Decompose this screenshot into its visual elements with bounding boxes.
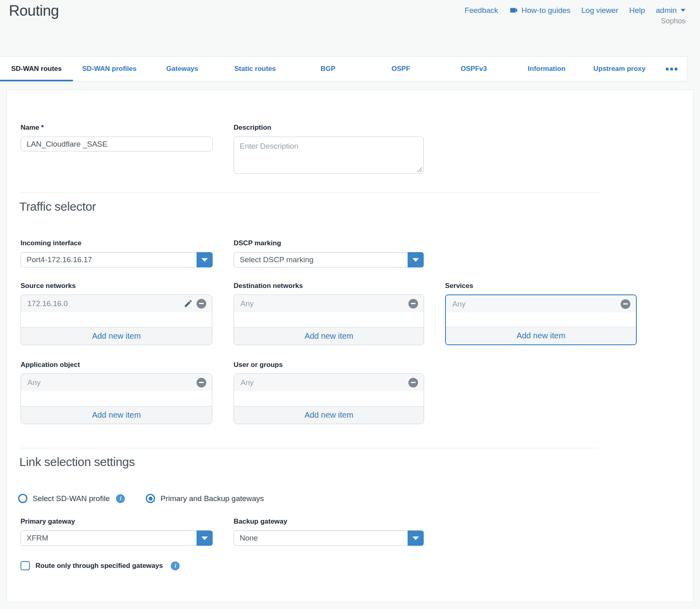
service-value: Any [452, 300, 621, 309]
route-only-row: Route only through specified gateways i [21, 561, 180, 570]
list-item: Any [234, 374, 424, 391]
listbox-empty-area [446, 313, 636, 327]
radio-label: Select SD-WAN profile [33, 494, 110, 503]
tab-ospfv3[interactable]: OSPFv3 [437, 57, 510, 81]
description-field-wrap [234, 137, 424, 174]
description-textarea[interactable] [234, 137, 424, 174]
link-selection-heading: Link selection settings [19, 455, 135, 469]
add-new-item-button[interactable]: Add new item [446, 327, 636, 344]
listbox-empty-area [234, 391, 424, 406]
application-object-label: Application object [21, 361, 80, 369]
tab-upstream-proxy[interactable]: Upstream proxy [583, 57, 656, 81]
tab-gateways[interactable]: Gateways [146, 57, 219, 81]
help-link[interactable]: Help [629, 6, 645, 15]
source-networks-label: Source networks [21, 282, 76, 290]
destination-networks-label: Destination networks [234, 282, 303, 290]
page-title: Routing [9, 2, 59, 19]
radio-primary-backup-gateways[interactable] [146, 494, 155, 503]
remove-item-icon[interactable] [197, 299, 206, 309]
name-label: Name * [21, 124, 44, 132]
log-viewer-link[interactable]: Log viewer [581, 6, 618, 15]
admin-label: admin [656, 6, 677, 15]
list-item: 172.16.16.0 [21, 295, 212, 312]
edit-pencil-icon[interactable] [183, 299, 193, 309]
tab-information[interactable]: Information [510, 57, 583, 81]
section-divider [21, 193, 599, 193]
listbox-empty-area [21, 312, 212, 327]
video-camera-icon [509, 6, 518, 15]
user-or-groups-value: Any [240, 378, 408, 387]
add-new-item-button[interactable]: Add new item [234, 406, 424, 424]
dropdown-arrow-button[interactable] [197, 530, 213, 546]
routing-page: Routing Feedback How-to guides Log viewe… [0, 0, 700, 609]
tab-sd-wan-profiles[interactable]: SD-WAN profiles [73, 57, 146, 81]
log-viewer-label: Log viewer [581, 6, 618, 15]
primary-gateway-label: Primary gateway [21, 518, 75, 526]
dscp-marking-value: Select DSCP marking [234, 255, 408, 264]
backup-gateway-label: Backup gateway [234, 518, 287, 526]
application-object-listbox: Any Add new item [21, 373, 212, 424]
destination-networks-listbox: Any Add new item [234, 294, 424, 345]
dropdown-arrow-button[interactable] [408, 252, 424, 267]
admin-menu[interactable]: admin [656, 6, 686, 15]
dscp-marking-label: DSCP marking [234, 239, 281, 247]
tab-static-routes[interactable]: Static routes [219, 57, 292, 81]
traffic-selector-heading: Traffic selector [19, 200, 96, 213]
howto-guides-label: How-to guides [522, 6, 570, 15]
backup-gateway-select[interactable]: None [234, 530, 424, 546]
remove-item-icon[interactable] [408, 299, 418, 309]
application-object-value: Any [27, 378, 197, 387]
route-only-checkbox[interactable] [21, 561, 30, 570]
remove-item-icon[interactable] [197, 378, 206, 387]
chevron-down-icon [681, 9, 686, 12]
dropdown-arrow-button[interactable] [197, 252, 213, 267]
route-only-label: Route only through specified gateways [35, 562, 163, 570]
list-item: Any [234, 295, 424, 312]
listbox-empty-area [234, 312, 424, 327]
source-network-value: 172.16.16.0 [27, 299, 183, 308]
radio-label: Primary and Backup gateways [160, 494, 264, 503]
list-item: Any [21, 374, 212, 391]
user-or-groups-label: User or groups [234, 361, 283, 369]
howto-guides-link[interactable]: How-to guides [509, 6, 570, 15]
listbox-empty-area [21, 391, 212, 406]
info-icon[interactable]: i [116, 494, 125, 503]
description-label: Description [234, 124, 271, 132]
services-label: Services [445, 282, 473, 290]
radio-select-sd-wan-profile[interactable] [18, 494, 27, 503]
services-listbox: Any Add new item [445, 294, 637, 345]
list-item: Any [446, 295, 636, 313]
incoming-interface-label: Incoming interface [21, 239, 81, 247]
add-new-item-button[interactable]: Add new item [21, 327, 212, 345]
info-icon[interactable]: i [171, 561, 180, 570]
dropdown-arrow-button[interactable] [408, 530, 424, 546]
help-label: Help [629, 6, 645, 15]
section-divider [21, 448, 599, 448]
remove-item-icon[interactable] [408, 378, 418, 387]
tab-sd-wan-routes[interactable]: SD-WAN routes [0, 57, 73, 81]
remove-item-icon[interactable] [621, 299, 630, 309]
source-networks-listbox: 172.16.16.0 Add new item [21, 294, 212, 345]
incoming-interface-select[interactable]: Port4-172.16.16.17 [21, 252, 213, 267]
top-nav: Feedback How-to guides Log viewer Help a… [464, 6, 686, 15]
link-selection-options: Select SD-WAN profile i Primary and Back… [18, 494, 264, 503]
destination-network-value: Any [240, 299, 408, 308]
feedback-link[interactable]: Feedback [464, 6, 498, 15]
tab-ospf[interactable]: OSPF [364, 57, 437, 81]
tab-bar: SD-WAN routes SD-WAN profiles Gateways S… [0, 56, 688, 81]
primary-gateway-value: XFRM [21, 534, 197, 543]
tab-bgp[interactable]: BGP [292, 57, 364, 81]
dscp-marking-select[interactable]: Select DSCP marking [234, 252, 424, 267]
add-new-item-button[interactable]: Add new item [21, 406, 212, 424]
feedback-label: Feedback [464, 6, 498, 15]
primary-gateway-select[interactable]: XFRM [21, 530, 213, 546]
required-asterisk: * [41, 124, 44, 131]
tabs-more-ellipsis-icon[interactable] [656, 57, 687, 81]
add-new-item-button[interactable]: Add new item [234, 327, 424, 345]
org-name: Sophos [661, 17, 686, 25]
user-or-groups-listbox: Any Add new item [234, 373, 424, 424]
backup-gateway-value: None [234, 534, 408, 543]
name-input[interactable] [21, 137, 213, 151]
incoming-interface-value: Port4-172.16.16.17 [21, 255, 197, 264]
